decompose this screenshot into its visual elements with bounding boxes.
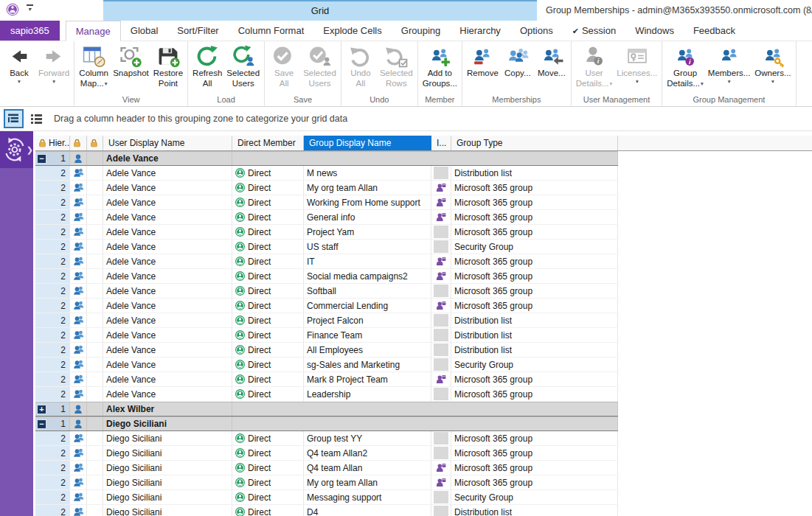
direct-member-cell[interactable]: Direct — [232, 328, 304, 342]
team-indicator-cell[interactable] — [431, 210, 451, 224]
group-type-cell[interactable]: Microsoft 365 group — [451, 210, 618, 224]
column-header-hier[interactable]: Hier... — [35, 136, 70, 150]
group-display-name-cell[interactable]: Group test YY — [304, 431, 431, 445]
row-type-cell[interactable] — [70, 269, 87, 283]
column-header-lock2[interactable] — [87, 136, 103, 150]
group-type-cell[interactable]: Microsoft 365 group — [451, 446, 618, 460]
team-indicator-cell[interactable] — [431, 225, 451, 239]
row-type-cell[interactable] — [70, 240, 87, 254]
direct-member-cell[interactable]: Direct — [232, 284, 304, 298]
user-display-name-cell[interactable]: Adele Vance — [103, 328, 232, 342]
group-display-name-cell[interactable]: Softball — [304, 284, 431, 298]
hierarchy-cell[interactable]: 2 — [35, 269, 70, 283]
direct-member-cell[interactable]: Direct — [232, 240, 304, 254]
group-summary-cell[interactable] — [232, 417, 618, 430]
direct-member-cell[interactable]: Direct — [232, 195, 304, 209]
group-row[interactable]: −1Diego Siciliani — [35, 416, 618, 431]
row-type-cell[interactable] — [70, 446, 87, 460]
hierarchy-cell[interactable]: 2 — [35, 225, 70, 239]
hierarchy-cell[interactable]: 2 — [35, 475, 70, 489]
group-type-cell[interactable]: Microsoft 365 group — [451, 299, 618, 313]
group-display-name-cell[interactable]: General info — [304, 210, 431, 224]
direct-member-cell[interactable]: Direct — [232, 254, 304, 268]
expand-toggle[interactable]: + — [37, 405, 46, 414]
group-type-cell[interactable]: Microsoft 365 group — [451, 284, 618, 298]
undo-all-button[interactable]: UndoAll — [344, 43, 378, 89]
user-display-name-cell[interactable]: Adele Vance — [103, 166, 232, 180]
user-display-name-cell[interactable]: Diego Siciliani — [103, 431, 232, 445]
forward-button[interactable]: Forward▾ — [36, 43, 72, 86]
group-display-name-cell[interactable]: D4 — [304, 505, 431, 516]
group-summary-cell[interactable] — [232, 152, 618, 165]
tab-hierarchy[interactable]: Hierarchy — [450, 21, 510, 41]
user-display-name-cell[interactable]: Adele Vance — [103, 299, 232, 313]
restore-point-button[interactable]: RestorePoint — [151, 43, 185, 89]
user-display-name-cell[interactable]: Adele Vance — [103, 240, 232, 254]
group-type-cell[interactable]: Security Group — [451, 490, 618, 504]
group-type-cell[interactable]: Microsoft 365 group — [451, 181, 618, 195]
row-type-cell[interactable] — [70, 195, 87, 209]
row-type-cell[interactable] — [70, 210, 87, 224]
hierarchy-cell[interactable]: 2 — [35, 343, 70, 357]
member-row[interactable]: 2Adele Vance DirectSoftballMicrosoft 365… — [35, 284, 618, 299]
direct-member-cell[interactable]: Direct — [232, 358, 304, 372]
hierarchy-cell[interactable]: 2 — [35, 446, 70, 460]
user-display-name-cell[interactable]: Diego Siciliani — [103, 475, 232, 489]
group-row[interactable]: +1Alex Wilber — [35, 402, 618, 416]
direct-member-cell[interactable]: Direct — [232, 343, 304, 357]
group-summary-cell[interactable] — [232, 402, 618, 416]
group-type-cell[interactable]: Microsoft 365 group — [451, 461, 618, 475]
user-display-name-cell[interactable]: Diego Siciliani — [103, 505, 232, 516]
team-indicator-cell[interactable] — [431, 313, 451, 327]
group-type-cell[interactable]: Microsoft 365 group — [451, 225, 618, 239]
spacer-cell[interactable] — [87, 254, 103, 268]
direct-member-cell[interactable]: Direct — [232, 490, 304, 504]
group-display-name-cell[interactable]: Q4 team Allan2 — [304, 446, 431, 460]
sidebar-expand-chevron-icon[interactable]: ❯ — [27, 145, 33, 155]
hierarchy-cell[interactable]: 2 — [35, 328, 70, 342]
team-indicator-cell[interactable] — [431, 358, 451, 372]
hierarchy-cell[interactable]: 2 — [35, 505, 70, 516]
spacer-cell[interactable] — [87, 166, 103, 180]
collapse-toggle[interactable]: − — [37, 419, 46, 429]
member-row[interactable]: 2Adele Vance DirectFinance TeamDistribut… — [35, 328, 618, 343]
group-display-name-cell[interactable]: Leadership — [304, 387, 431, 401]
row-type-cell[interactable] — [70, 358, 87, 372]
row-type-cell[interactable] — [70, 166, 87, 180]
group-display-name-cell[interactable]: Social media campaigns2 — [304, 269, 431, 283]
column-header-user-display-name[interactable]: User Display Name — [103, 136, 232, 150]
row-type-cell[interactable] — [70, 417, 87, 430]
contextual-tab-grid[interactable]: Grid — [103, 0, 537, 21]
group-display-name-cell[interactable]: My org team Allan — [304, 475, 431, 489]
user-display-name-cell[interactable]: Adele Vance — [103, 225, 232, 239]
hierarchy-cell[interactable]: 2 — [35, 254, 70, 268]
direct-member-cell[interactable]: Direct — [232, 269, 304, 283]
row-type-cell[interactable] — [70, 313, 87, 327]
team-indicator-cell[interactable] — [431, 446, 451, 460]
hierarchy-cell[interactable]: 2 — [35, 431, 70, 445]
direct-member-cell[interactable]: Direct — [232, 372, 304, 386]
tab-options[interactable]: Options — [510, 21, 563, 41]
spacer-cell[interactable] — [87, 299, 103, 313]
user-display-name-cell[interactable]: Diego Siciliani — [103, 461, 232, 475]
tab-manage[interactable]: Manage — [66, 21, 121, 41]
user-display-name-cell[interactable]: Adele Vance — [103, 313, 232, 327]
team-indicator-cell[interactable] — [431, 181, 451, 195]
member-row[interactable]: 2Adele Vance DirectIT Microsoft 365 grou… — [35, 254, 618, 269]
team-indicator-cell[interactable] — [431, 387, 451, 401]
spacer-cell[interactable] — [87, 225, 103, 239]
row-type-cell[interactable] — [70, 490, 87, 504]
hierarchy-cell[interactable]: 2 — [35, 166, 70, 180]
spacer-cell[interactable] — [87, 240, 103, 254]
group-type-cell[interactable]: Distribution list — [451, 505, 618, 516]
refresh-all-button[interactable]: RefreshAll — [190, 43, 224, 89]
direct-member-cell[interactable]: Direct — [232, 446, 304, 460]
row-type-cell[interactable] — [70, 475, 87, 489]
member-row[interactable]: 2Adele Vance Directsg-Sales and Marketin… — [35, 358, 618, 372]
spacer-cell[interactable] — [87, 269, 103, 283]
spacer-cell[interactable] — [87, 446, 103, 460]
tab-explode-cells[interactable]: Explode Cells — [313, 21, 392, 41]
hierarchy-cell[interactable]: −1 — [35, 417, 70, 430]
row-type-cell[interactable] — [70, 284, 87, 298]
hierarchy-cell[interactable]: 2 — [35, 313, 70, 327]
